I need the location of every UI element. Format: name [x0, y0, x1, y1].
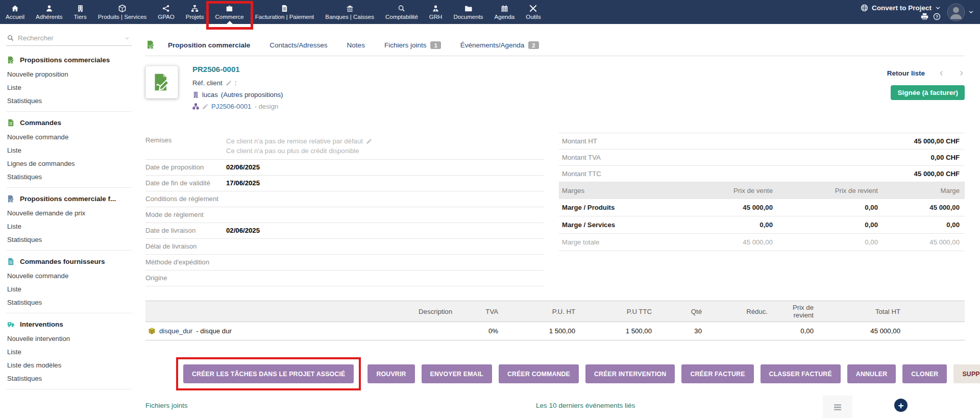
svg-text:?: ?: [936, 14, 938, 19]
nav-item[interactable]: GPAO: [152, 0, 180, 24]
company-note: (Autres propositions): [221, 89, 283, 101]
chevron-down-icon: [968, 9, 974, 15]
nav-item-label: Facturation | Paiement: [255, 14, 314, 20]
sidebar-item[interactable]: Statistiques: [7, 94, 131, 107]
cube-icon: [118, 5, 126, 12]
sidebar-item[interactable]: Statistiques: [7, 296, 131, 309]
field-row: Conditions de règlement i: [145, 191, 544, 207]
margin-row: Marge / Produits 45 000,00 0,00 45 000,0…: [559, 199, 965, 216]
tab[interactable]: Fichiers joints 1: [375, 37, 451, 56]
nav-item[interactable]: Produits | Services: [92, 0, 153, 24]
field-row: Date de proposition i 02/06/2025: [145, 160, 544, 176]
nav-item[interactable]: Banques | Caisses: [320, 0, 380, 24]
sidebar-item[interactable]: Nouvelle commande: [7, 130, 131, 143]
caret-down-icon[interactable]: [125, 36, 130, 41]
sidebar-item[interactable]: Liste: [7, 143, 131, 157]
sidebar-item[interactable]: Liste: [7, 282, 131, 296]
nav-item[interactable]: Comptabilité: [380, 0, 424, 24]
action-button[interactable]: CLASSER FACTURÉ: [761, 364, 841, 383]
search-input[interactable]: [18, 34, 120, 42]
field-value: 17/06/2025: [226, 179, 260, 187]
field-value: 02/06/2025: [226, 227, 260, 234]
sidebar-section: Interventions Nouvelle interventionListe…: [6, 313, 132, 389]
field-label: Conditions de règlement: [145, 195, 218, 203]
doc-edit-green-icon: [7, 56, 15, 64]
column-header: Qté: [655, 306, 705, 317]
tab[interactable]: Contacts/Adresses: [260, 37, 337, 56]
nav-item[interactable]: Tiers: [68, 0, 92, 24]
search-icon: [7, 35, 14, 41]
field-row: Origine i: [145, 271, 544, 286]
action-button[interactable]: CRÉER COMMANDE: [499, 364, 579, 383]
proposal-ref[interactable]: PR2506-0001: [192, 64, 283, 77]
nav-item[interactable]: Adhérents: [30, 0, 68, 24]
project-link[interactable]: PJ2506-0001: [211, 101, 251, 112]
sidebar-item[interactable]: Nouvelle proposition: [7, 67, 131, 81]
tab[interactable]: Notes: [337, 37, 375, 56]
action-button[interactable]: ENVOYER EMAIL: [422, 364, 492, 383]
hamburger-icon: [832, 403, 843, 411]
back-to-list-link[interactable]: Retour liste: [887, 69, 925, 77]
action-button[interactable]: CRÉER LES TÂCHES DANS LE PROJET ASSOCIÉ: [183, 364, 354, 383]
sidebar-item[interactable]: Nouvelle commande: [7, 269, 131, 282]
attachments-link[interactable]: Fichiers joints: [145, 402, 188, 409]
help-icon[interactable]: ?: [933, 13, 941, 20]
action-button[interactable]: CRÉER INTERVENTION: [585, 364, 675, 383]
sidebar-item[interactable]: Nouvelle demande de prix: [7, 206, 131, 219]
navbar-right: Convert to Project ?: [861, 0, 980, 24]
prev-record-icon[interactable]: [938, 70, 945, 77]
column-header: Total HT: [817, 306, 903, 317]
edit-pencil-icon[interactable]: [366, 138, 372, 144]
sidebar-item[interactable]: Liste: [7, 81, 131, 94]
nav-item[interactable]: Agenda: [489, 0, 521, 24]
edit-pencil-icon[interactable]: [226, 80, 232, 86]
sidebar-item[interactable]: Liste: [7, 219, 131, 233]
sidebar-item[interactable]: Liste des modèles: [7, 358, 131, 372]
sidebar-item[interactable]: Statistiques: [7, 372, 131, 385]
add-event-button[interactable]: +: [894, 399, 908, 412]
nav-item-label: Projets: [186, 14, 204, 20]
sidebar-item[interactable]: Liste: [7, 345, 131, 358]
action-button-wrap: ROUVRIR: [368, 364, 414, 383]
nav-item[interactable]: Projets: [180, 0, 210, 24]
nav-item[interactable]: Documents: [448, 0, 488, 24]
action-button-wrap: CRÉER FACTURE: [681, 364, 753, 383]
sidebar-item[interactable]: Statistiques: [7, 170, 131, 183]
nav-item[interactable]: Accueil: [0, 0, 30, 24]
next-record-icon[interactable]: [958, 70, 965, 77]
linked-events-link[interactable]: Les 10 derniers événements liés: [536, 402, 635, 409]
search-box: [6, 31, 132, 46]
project-desc: - design: [254, 101, 278, 112]
project-switcher-dropdown[interactable]: Convert to Project: [861, 4, 941, 12]
action-button[interactable]: ANNULER: [847, 364, 896, 383]
sidebar-item[interactable]: Statistiques: [7, 233, 131, 246]
company-link[interactable]: lucas: [202, 89, 218, 101]
nav-item[interactable]: Facturation | Paiement: [250, 0, 320, 24]
home-icon: [11, 5, 19, 12]
events-menu-button[interactable]: [823, 396, 852, 418]
nav-item[interactable]: Commerce: [210, 0, 250, 24]
product-link[interactable]: disque_dur: [159, 327, 192, 335]
action-button[interactable]: SUPPRIMER: [953, 364, 980, 383]
tab[interactable]: Événements/Agenda 2: [451, 37, 549, 56]
nav-item-label: Comptabilité: [385, 14, 418, 20]
nav-item[interactable]: GRH: [424, 0, 448, 24]
tab[interactable]: Proposition commerciale: [158, 37, 260, 56]
field-label: Date de fin de validité: [145, 179, 210, 187]
user-menu[interactable]: [947, 3, 974, 21]
sidebar-item[interactable]: Lignes de commandes: [7, 157, 131, 170]
project-icon: [192, 103, 199, 110]
action-button[interactable]: CRÉER FACTURE: [681, 364, 753, 383]
amount-row: Montant TTC 45 000,00 CHF: [559, 166, 965, 182]
print-icon[interactable]: [921, 13, 928, 20]
nav-item-label: Accueil: [6, 14, 24, 20]
edit-pencil-icon[interactable]: [202, 104, 208, 110]
column-header: Réduc.: [705, 306, 771, 317]
action-button[interactable]: ROUVRIR: [368, 364, 414, 383]
nav-item[interactable]: Outils: [520, 0, 546, 24]
margin-row: Marge / Services 0,00 0,00 0,00: [559, 216, 965, 234]
sidebar-item[interactable]: Nouvelle intervention: [7, 332, 131, 345]
action-button[interactable]: CLONER: [902, 364, 947, 383]
main-content: Proposition commerciale Contacts/Adresse…: [138, 24, 980, 418]
sidebar-section: Commandes fournisseurs Nouvelle commande…: [6, 251, 132, 313]
